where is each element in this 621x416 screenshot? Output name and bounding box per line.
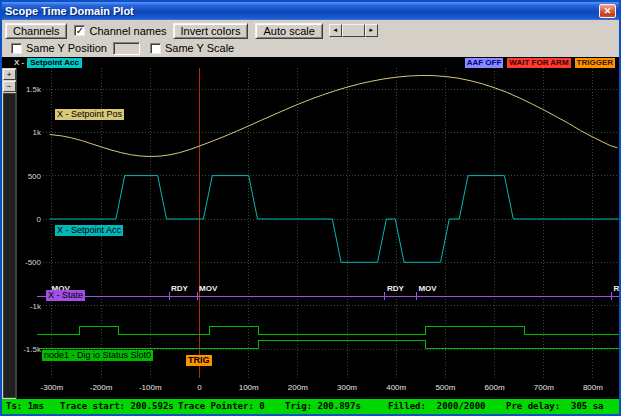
close-icon[interactable]: ✕ xyxy=(599,4,616,18)
channel-names-checkbox[interactable]: ✓ xyxy=(74,25,85,36)
titlebar[interactable]: Scope Time Domain Plot ✕ xyxy=(2,2,619,20)
same-y-scale-checkbox[interactable] xyxy=(150,43,161,54)
selected-channel-label[interactable]: Setpoint Acc xyxy=(27,58,82,68)
status-filled: Filled: 2000/2000 xyxy=(388,401,486,411)
toolbar-row-2: Same Y Position Same Y Scale xyxy=(5,39,616,57)
svg-text:700m: 700m xyxy=(534,383,554,392)
same-y-position-checkbox[interactable] xyxy=(11,43,22,54)
svg-text:-300m: -300m xyxy=(41,383,64,392)
trace-label-state: X - State xyxy=(46,290,85,301)
scroll-right-icon[interactable]: ► xyxy=(365,24,378,37)
status-pre-delay: Pre delay: 305 sa xyxy=(506,401,604,411)
svg-text:500: 500 xyxy=(28,172,42,181)
svg-text:-200m: -200m xyxy=(90,383,113,392)
svg-text:800m: 800m xyxy=(583,383,603,392)
scope-window: Scope Time Domain Plot ✕ Channels ✓ Chan… xyxy=(0,0,621,416)
svg-text:R: R xyxy=(614,284,619,293)
trace-label-setpoint-pos: X - Setpoint Pos xyxy=(55,109,124,120)
svg-text:0: 0 xyxy=(197,383,202,392)
svg-text:400m: 400m xyxy=(386,383,406,392)
svg-text:0: 0 xyxy=(37,215,42,224)
scroll-left-icon[interactable]: ◄ xyxy=(329,24,342,37)
svg-text:500m: 500m xyxy=(435,383,455,392)
status-badge: AAF OFF xyxy=(465,58,504,68)
toolbar-row-1: Channels ✓ Channel names Invert colors A… xyxy=(5,22,616,39)
status-badge: TRIGGER xyxy=(575,58,615,68)
channel-strip: X - Setpoint Acc AAF OFFWAIT FOR ARMTRIG… xyxy=(2,57,619,68)
channel-names-label: Channel names xyxy=(89,25,166,37)
horizontal-scrollbar[interactable]: ◄ ► xyxy=(329,24,378,37)
svg-text:-1k: -1k xyxy=(30,302,42,311)
status-trace-start: Trace start: 200.592s xyxy=(60,401,174,411)
status-badges: AAF OFFWAIT FOR ARMTRIGGER xyxy=(465,58,617,68)
svg-text:1k: 1k xyxy=(33,128,42,137)
channel-prefix: X - xyxy=(14,58,24,68)
plot-area: + − -300m-200m-100m0100m200m300m400m500m… xyxy=(2,68,619,399)
svg-text:-500: -500 xyxy=(25,258,42,267)
channels-button[interactable]: Channels xyxy=(5,23,67,39)
svg-text:MOV: MOV xyxy=(418,284,437,293)
same-y-scale-label: Same Y Scale xyxy=(165,42,234,54)
svg-text:RDY: RDY xyxy=(387,284,405,293)
status-trace-pointer: Trace Pointer: 0 xyxy=(178,401,265,411)
same-y-position-field[interactable] xyxy=(113,42,140,55)
scrollbar-thumb[interactable] xyxy=(342,24,365,37)
window-title: Scope Time Domain Plot xyxy=(5,5,599,17)
svg-text:300m: 300m xyxy=(337,383,357,392)
svg-text:100m: 100m xyxy=(239,383,259,392)
invert-colors-button[interactable]: Invert colors xyxy=(173,23,249,39)
zoom-in-icon[interactable]: + xyxy=(3,69,16,80)
zoom-out-icon[interactable]: − xyxy=(3,81,16,92)
auto-scale-button[interactable]: Auto scale xyxy=(255,23,322,39)
svg-text:-100m: -100m xyxy=(139,383,162,392)
status-ts: Ts: 1ms xyxy=(6,401,44,411)
same-y-position-label: Same Y Position xyxy=(26,42,107,54)
svg-text:-1.5k: -1.5k xyxy=(23,345,42,354)
trigger-marker-label: TRIG xyxy=(186,355,212,366)
status-trig-time: Trig: 200.897s xyxy=(285,401,361,411)
status-bar: Ts: 1ms Trace start: 200.592s Trace Poin… xyxy=(2,399,619,414)
plot-wrap: -300m-200m-100m0100m200m300m400m500m600m… xyxy=(17,68,619,398)
trace-label-setpoint-acc: X - Setpoint Acc xyxy=(55,225,123,236)
status-badge: WAIT FOR ARM xyxy=(507,58,570,68)
svg-text:600m: 600m xyxy=(485,383,505,392)
trace-label-dig-io-status: node1 - Dig io Status Slot0 xyxy=(42,350,153,361)
svg-text:MOV: MOV xyxy=(199,284,218,293)
svg-text:RDY: RDY xyxy=(171,284,189,293)
vertical-zoom-track[interactable] xyxy=(3,93,16,398)
toolbar: Channels ✓ Channel names Invert colors A… xyxy=(2,20,619,57)
svg-text:200m: 200m xyxy=(288,383,308,392)
vertical-zoom-bar[interactable]: + − xyxy=(2,68,17,399)
svg-text:1.5k: 1.5k xyxy=(26,85,42,94)
